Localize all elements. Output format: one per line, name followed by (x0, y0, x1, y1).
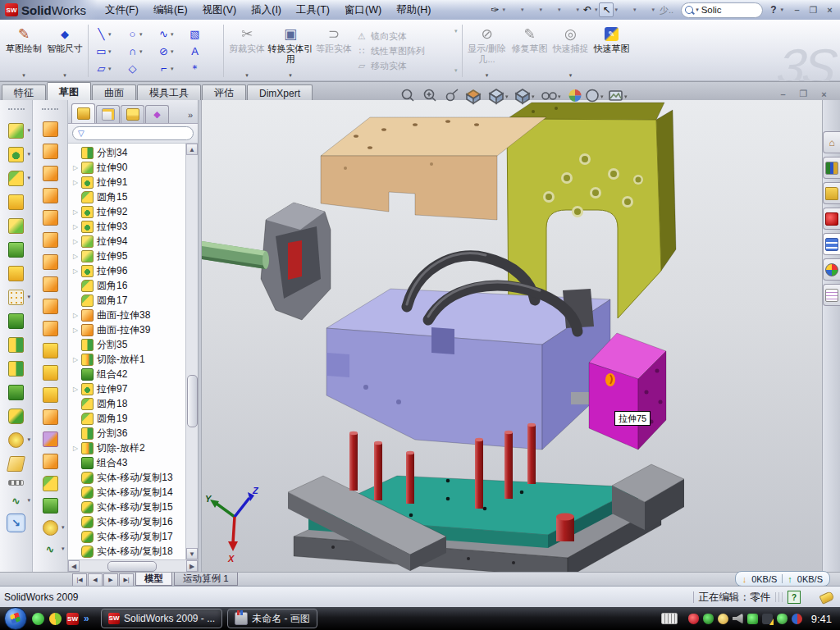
mirror-entities-button[interactable]: ⚠ 镜向实体 (356, 30, 453, 43)
tree-item[interactable]: ▷ 实体-移动/复制14 (68, 485, 185, 500)
replace-face-icon[interactable] (43, 365, 58, 381)
lofted-boss-icon[interactable] (8, 218, 24, 234)
tree-item[interactable]: ▷ 圆角17 (68, 293, 185, 308)
input-method-icon[interactable] (661, 613, 678, 624)
expand-arrow-icon[interactable]: ▷ (73, 208, 81, 216)
design-library-tab[interactable] (823, 157, 840, 179)
quicklaunch-more-icon[interactable]: » (84, 613, 96, 625)
tree-item[interactable]: ▷ 实体-移动/复制16 (68, 514, 185, 529)
user-switch-tray-icon[interactable] (792, 614, 802, 624)
extend-surface-icon[interactable] (43, 409, 58, 425)
options-icon[interactable]: ▾ (637, 2, 656, 18)
scroll-up-button[interactable]: ▲ (186, 144, 198, 155)
scroll-down-button[interactable]: ▼ (186, 548, 198, 559)
swept-boss-icon[interactable] (8, 194, 24, 210)
model-green-pipe[interactable] (202, 241, 269, 269)
menu-item[interactable]: 视图(V) (195, 3, 244, 17)
repair-sketch-button[interactable]: ✎ 修复草图 (509, 21, 550, 80)
open-icon[interactable]: ▾ (524, 2, 543, 18)
search-dropdown-icon[interactable]: ▾ (696, 7, 699, 13)
tree-item[interactable]: ▷ 实体-移动/复制17 (68, 529, 185, 544)
trim-surface-icon[interactable] (43, 431, 58, 447)
launcher-ball-icon[interactable] (49, 613, 62, 625)
expand-arrow-icon[interactable]: ▷ (73, 445, 81, 452)
tree-item[interactable]: ▷ 实体-移动/复制15 (68, 500, 185, 514)
featuremanager-tab[interactable] (71, 103, 95, 123)
titlebar-close-button[interactable]: × (823, 4, 837, 16)
tree-item[interactable]: ▷ 拉伸96 (68, 263, 185, 278)
revolved-surface-icon[interactable] (43, 144, 58, 159)
combine-bodies-icon[interactable] (8, 385, 24, 400)
expand-arrow-icon[interactable]: ▷ (73, 386, 81, 393)
tag-icon[interactable] (819, 591, 834, 605)
instant3d-icon[interactable]: ↘ (9, 516, 23, 530)
rectangle-icon[interactable]: ▭ ▾ (91, 43, 122, 60)
trim-entities-button[interactable]: ✂ 剪裁实体 ▾ (226, 21, 267, 80)
display-style-icon[interactable]: ▾ (516, 89, 535, 103)
boundary-surface-icon[interactable] (43, 210, 58, 226)
revolved-boss-icon[interactable] (8, 147, 24, 162)
command-tab[interactable]: 特征 (2, 84, 46, 101)
view-settings-icon[interactable]: ▾ (609, 91, 628, 100)
expand-arrow-icon[interactable]: ▷ (73, 312, 81, 319)
move-entities-button[interactable]: ▱ 移动实体 (356, 60, 453, 72)
tree-item[interactable]: ▷ 分割36 (68, 426, 185, 441)
offset-entities-button[interactable]: ⊃ 等距实体 (313, 21, 354, 80)
document-minimize-button[interactable]: – (776, 88, 790, 100)
smart-dimension-button[interactable]: ◆ 智能尺寸 ▾ (44, 21, 85, 80)
lofted-surface-icon[interactable] (43, 188, 58, 203)
thicken-icon[interactable] (43, 498, 58, 514)
print-icon[interactable]: ▾ (561, 2, 580, 18)
tree-item[interactable]: ▷ 圆角18 (68, 396, 185, 411)
sheet-nav-button[interactable]: |◀ (72, 573, 87, 587)
titlebar-minimize-button[interactable]: – (790, 4, 804, 16)
updater-tray-icon[interactable] (747, 614, 758, 624)
rapid-sketch-button[interactable]: ✎ 快速草图 (591, 21, 632, 80)
surface-fillet-icon[interactable] (43, 476, 58, 491)
tree-item[interactable]: ▷ 组合42 (68, 367, 185, 381)
surface-curve-icon[interactable]: ∿ (43, 542, 57, 556)
apply-scene-icon[interactable]: ▾ (587, 90, 604, 102)
start-button[interactable] (4, 607, 27, 630)
linear-pattern-icon[interactable] (8, 290, 24, 305)
view-orientation-icon[interactable]: ▾ (490, 89, 509, 103)
split-icon[interactable] (8, 337, 24, 353)
search-box[interactable]: ▾ Solic (681, 2, 763, 18)
taskbar-clock[interactable]: 9:41 (811, 613, 832, 625)
menu-item[interactable]: 帮助(H) (389, 3, 438, 17)
select-region-icon[interactable]: ▧ ▾ (185, 25, 216, 43)
tree-item[interactable]: ▷ 分割35 (68, 337, 185, 352)
pin-icon[interactable]: ✑ ▾ (487, 2, 506, 18)
combine-icon[interactable] (8, 313, 24, 329)
graphics-viewport[interactable]: Y Z X 拉伸75 (202, 100, 822, 572)
vertical-scroll-thumb[interactable] (187, 375, 198, 427)
expand-arrow-icon[interactable]: ▷ (73, 164, 81, 171)
spline-icon[interactable]: ∿ ▾ (153, 25, 185, 43)
tree-item[interactable]: ▷ 拉伸93 (68, 219, 185, 234)
dimxpertmanager-tab[interactable]: ◆ (145, 105, 169, 123)
configurationmanager-tab[interactable] (121, 105, 144, 123)
surface-reference-geometry-icon[interactable] (43, 520, 58, 536)
expand-arrow-icon[interactable]: ▷ (73, 223, 81, 231)
arc-icon[interactable]: ∩ ▾ (122, 43, 153, 60)
split-body-icon[interactable] (8, 361, 24, 377)
solidworks-resources-tab[interactable]: ⌂ (823, 131, 840, 153)
extruded-cut-icon[interactable] (8, 242, 24, 258)
menu-item[interactable]: 窗口(W) (337, 3, 389, 17)
filled-surface-icon[interactable] (43, 232, 58, 248)
titlebar-restore-button[interactable]: ❐ (806, 4, 820, 16)
tree-item[interactable]: ▷ 切除-放样2 (68, 441, 185, 455)
extruded-surface-icon[interactable] (43, 121, 58, 137)
curve-icon[interactable]: ∿ (9, 494, 23, 508)
command-tab[interactable]: 模具工具 (137, 84, 201, 101)
taskbar-window-solidworks[interactable]: SW SolidWorks 2009 - ... (101, 609, 222, 628)
model-cavity-block[interactable] (261, 203, 331, 320)
axis-icon[interactable] (8, 480, 24, 486)
ruled-surface-icon[interactable] (43, 299, 58, 314)
file-explorer-tab[interactable] (823, 182, 840, 204)
knit-surface-icon[interactable] (43, 454, 58, 469)
offset-surface-icon[interactable] (43, 276, 58, 292)
zoom-to-selection-icon[interactable] (447, 89, 459, 101)
plane-icon[interactable] (7, 456, 25, 472)
help-button[interactable]: ? (768, 4, 778, 16)
